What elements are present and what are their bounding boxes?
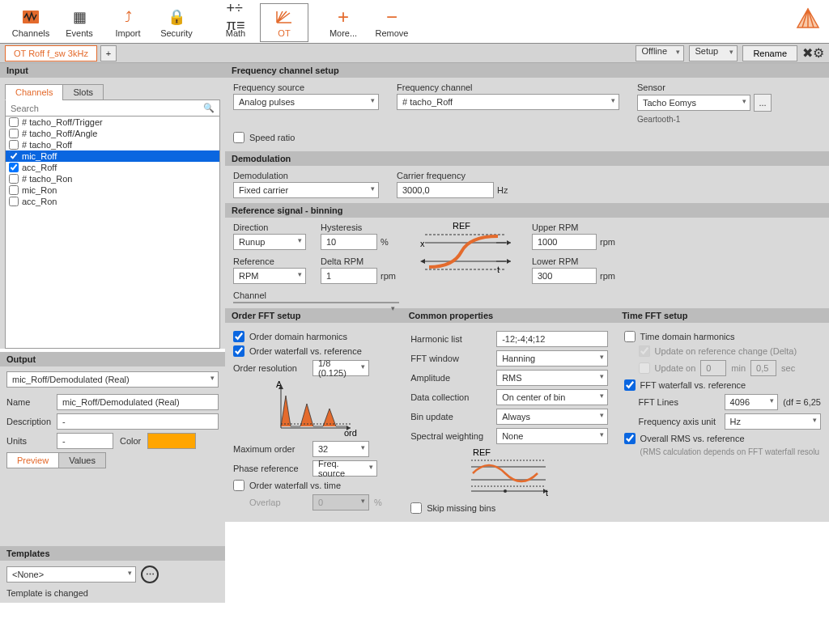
lock-icon: 🔒 [168, 7, 185, 27]
preview-tab[interactable]: Preview [6, 452, 59, 468]
overall-rms-check[interactable]: Overall RMS vs. reference [624, 433, 821, 444]
channels-subtab[interactable]: Channels [5, 84, 63, 100]
remove-button[interactable]: −Remove [368, 3, 416, 42]
time-harmonics-check[interactable]: Time domain harmonics [624, 331, 821, 342]
channel-item[interactable]: # tacho_Roff/Trigger [6, 117, 219, 128]
data-collection-select[interactable]: On center of bin [496, 389, 607, 405]
fft-window-select[interactable]: Hanning [496, 350, 607, 366]
view-select[interactable]: Setup [689, 45, 738, 61]
calendar-icon: ▦ [73, 7, 87, 27]
update-on-check [639, 362, 650, 374]
channel-item[interactable]: mic_Ron [6, 184, 219, 196]
output-header: Output [0, 352, 225, 366]
template-changed-label: Template is changed [6, 588, 219, 598]
delta-rpm-input[interactable]: 1 [321, 268, 377, 284]
search-input[interactable] [6, 100, 198, 116]
svg-marker-9 [507, 259, 511, 264]
order-harmonics-check[interactable]: Order domain harmonics [233, 331, 394, 342]
channel-item[interactable]: # tacho_Roff/Angle [6, 128, 219, 139]
channel-item[interactable]: # tacho_Roff [6, 139, 219, 150]
svg-text:x: x [420, 239, 425, 248]
update-sec-input: 0,5 [750, 360, 776, 376]
output-units-input[interactable]: - [57, 433, 113, 449]
lower-rpm-input[interactable]: 300 [532, 268, 597, 284]
harmonic-list-input[interactable]: -12;-4;4;12 [496, 331, 607, 347]
events-button[interactable]: ▦Events [55, 3, 104, 42]
output-name-input[interactable]: mic_Roff/Demodulated (Real) [57, 394, 219, 410]
svg-text:t: t [546, 488, 548, 498]
input-header: Input [0, 63, 225, 78]
templates-header: Templates [0, 546, 225, 561]
svg-point-28 [504, 489, 507, 493]
fft-lines-select[interactable]: 4096 [725, 394, 779, 410]
svg-text:ord: ord [344, 428, 357, 438]
order-waterfall-time-check[interactable]: Order waterfall vs. time [233, 480, 394, 491]
skip-bins-check[interactable]: Skip missing bins [410, 502, 607, 514]
mode-select[interactable]: Offline [636, 45, 684, 61]
import-icon: ⤴ [125, 7, 132, 27]
upper-rpm-input[interactable]: 1000 [532, 234, 597, 250]
channels-button[interactable]: Channels [6, 3, 55, 42]
ref-signal-diagram: REFxt [417, 222, 514, 281]
ref-channel-select[interactable] [233, 302, 399, 303]
demod-select[interactable]: Fixed carrier [233, 182, 379, 198]
output-channel-select[interactable]: mic_Roff/Demodulated (Real) [6, 371, 219, 388]
freq-source-select[interactable]: Analog pulses [233, 94, 379, 110]
order-waterfall-ref-check[interactable]: Order waterfall vs. reference [233, 345, 394, 357]
max-order-select[interactable]: 32 [312, 441, 369, 457]
ot-icon [275, 7, 293, 27]
svg-text:REF: REF [453, 222, 470, 231]
import-button[interactable]: ⤴Import [104, 3, 152, 42]
channel-item[interactable]: acc_Ron [6, 196, 219, 207]
math-button[interactable]: +÷π≡Math [211, 3, 260, 42]
channel-item[interactable]: mic_Roff [6, 150, 219, 162]
output-color-swatch[interactable] [147, 433, 196, 449]
ot-button[interactable]: OT [260, 3, 308, 42]
search-icon[interactable]: 🔍 [198, 100, 219, 116]
plus-icon: + [338, 7, 349, 27]
template-select[interactable]: <None> [6, 566, 136, 583]
hysteresis-input[interactable]: 10 [321, 234, 377, 250]
channel-list[interactable]: # tacho_Roff/Trigger# tacho_Roff/Angle# … [5, 117, 220, 349]
brand-logo [795, 6, 821, 34]
channel-item[interactable]: acc_Roff [6, 162, 219, 173]
amplitude-select[interactable]: RMS [496, 370, 607, 386]
overlap-select: 0 [312, 494, 369, 511]
order-res-select[interactable]: 1/8 (0.125) [312, 360, 369, 376]
order-fft-header: Order FFT setup [225, 308, 402, 323]
update-ref-change-check: Update on reference change (Delta) [624, 345, 821, 357]
sensor-edit-button[interactable]: ... [754, 94, 772, 112]
phase-ref-select[interactable]: Freq. source [312, 460, 377, 477]
bin-diagram: REFt [465, 449, 554, 498]
values-tab[interactable]: Values [58, 452, 106, 468]
freq-channel-select[interactable]: # tacho_Roff [397, 94, 619, 110]
speed-ratio-check[interactable]: Speed ratio [233, 132, 295, 143]
channels-icon [22, 7, 40, 27]
slots-subtab[interactable]: Slots [62, 84, 103, 100]
bin-update-select[interactable]: Always [496, 409, 607, 425]
template-options-button[interactable]: ⋯ [141, 566, 159, 583]
security-button[interactable]: 🔒Security [152, 3, 201, 42]
reference-select[interactable]: RPM [233, 268, 306, 284]
fft-waterfall-ref-check[interactable]: FFT waterfall vs. reference [624, 379, 821, 391]
add-tab-button[interactable]: + [100, 45, 117, 61]
carrier-freq-input[interactable]: 3000,0 [397, 182, 494, 198]
direction-select[interactable]: Runup [233, 234, 306, 250]
time-fft-header: Time FFT setup [615, 308, 829, 323]
svg-text:REF: REF [473, 449, 491, 457]
channel-item[interactable]: # tacho_Ron [6, 173, 219, 184]
main-toolbar: Channels ▦Events ⤴Import 🔒Security +÷π≡M… [0, 0, 829, 44]
freq-axis-unit-select[interactable]: Hz [725, 413, 821, 430]
freq-setup-header: Frequency channel setup [225, 63, 829, 78]
common-props-header: Common properties [402, 308, 616, 323]
more-button[interactable]: +More... [319, 3, 368, 42]
spectral-weight-select[interactable]: None [496, 428, 607, 444]
sensor-select[interactable]: Tacho Eomys [637, 95, 750, 111]
order-plot-diagram: Aord [270, 379, 359, 438]
minus-icon: − [386, 7, 397, 27]
document-tab[interactable]: OT Roff f_sw 3kHz [5, 45, 97, 61]
rename-button[interactable]: Rename [742, 45, 797, 61]
output-desc-input[interactable]: - [57, 413, 219, 430]
document-tabbar: OT Roff f_sw 3kHz + Offline Setup Rename… [0, 44, 829, 63]
settings-icon[interactable]: ✖⚙ [802, 45, 824, 61]
